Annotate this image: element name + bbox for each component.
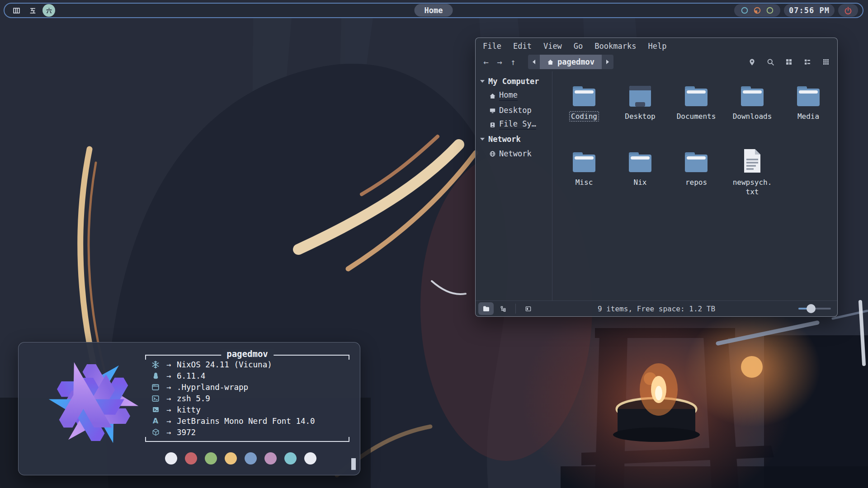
text-file-icon <box>742 148 762 174</box>
fastfetch-row-os: → NixOS 24.11 (Vicuna) <box>151 359 346 370</box>
toolbar-view-controls <box>746 56 832 68</box>
fastfetch-hostname: pagedmov <box>221 349 274 359</box>
menu-edit[interactable]: Edit <box>513 42 532 51</box>
sidebar-item-label: File Sy… <box>499 120 536 130</box>
sidebar-section-label: My Computer <box>488 77 539 86</box>
wm-value: .Hyprland-wrapp <box>177 383 248 392</box>
sidebar-item-home[interactable]: Home <box>476 89 552 103</box>
compact-view-button[interactable] <box>820 56 832 68</box>
file-item-downloads[interactable]: Downloads <box>724 82 780 148</box>
palette-dot-red <box>185 452 197 465</box>
file-item-desktop[interactable]: Desktop <box>612 82 668 148</box>
power-button[interactable] <box>838 4 858 17</box>
arrow-icon: → <box>160 405 177 414</box>
menu-help[interactable]: Help <box>648 42 666 51</box>
globe-icon <box>489 150 496 157</box>
breadcrumb-left-button[interactable] <box>528 55 540 69</box>
file-label: Misc <box>574 177 595 188</box>
arrow-icon: → <box>160 383 177 392</box>
fastfetch-row-shell: → zsh 5.9 <box>151 393 346 404</box>
wm-icon <box>151 383 160 391</box>
file-label: Nix <box>632 177 649 188</box>
location-pin-icon <box>748 58 756 66</box>
box-corner <box>349 437 349 442</box>
terminal-icon <box>151 406 160 413</box>
slider-handle[interactable] <box>807 304 816 313</box>
chevron-right-icon <box>606 60 609 64</box>
up-button[interactable]: ↑ <box>506 56 520 68</box>
fastfetch-rows: → NixOS 24.11 (Vicuna) → 6.11.4 <box>151 359 346 438</box>
workspace-6-button-active[interactable] <box>42 4 55 17</box>
fastfetch-row-terminal: → kitty <box>151 404 346 415</box>
active-window-title: Home <box>415 4 453 17</box>
file-item-media[interactable]: Media <box>780 82 836 148</box>
location-button[interactable] <box>746 56 758 68</box>
file-item-documents[interactable]: Documents <box>668 82 724 148</box>
search-icon <box>767 58 774 66</box>
terminal-window[interactable]: pagedmov → NixOS 24.11 (Vicuna) <box>18 342 360 475</box>
file-item-nix[interactable]: Nix <box>612 148 668 214</box>
workspace-5-button[interactable] <box>26 4 39 17</box>
folder-icon <box>684 85 709 108</box>
toolbar: ← → ↑ pagedmov <box>476 52 837 71</box>
workspace-6-icon <box>45 7 53 14</box>
topbar-right-cluster: 07:56 PM <box>734 4 858 17</box>
fastfetch-row-wm: → .Hyprland-wrapp <box>151 381 346 393</box>
back-button[interactable]: ← <box>479 56 493 68</box>
file-item-newpsych-txt[interactable]: newpsych.txt <box>724 148 780 214</box>
file-item-coding[interactable]: Coding <box>556 82 612 148</box>
terminal-color-palette <box>165 452 316 465</box>
sidebar-section-my-computer[interactable]: My Computer <box>476 74 552 89</box>
search-button[interactable] <box>764 56 776 68</box>
kernel-value: 6.11.4 <box>177 371 205 380</box>
power-icon <box>844 6 852 14</box>
list-view-button[interactable] <box>802 56 813 68</box>
box-corner <box>349 355 349 360</box>
arrow-icon: → <box>160 394 177 403</box>
kernel-icon <box>151 372 160 380</box>
menu-view[interactable]: View <box>543 42 562 51</box>
shell-value: zsh 5.9 <box>177 394 210 403</box>
arrow-icon: → <box>160 371 177 380</box>
desktop-icon <box>489 107 496 114</box>
breadcrumb-right-button[interactable] <box>602 55 613 69</box>
clock[interactable]: 07:56 PM <box>784 4 835 17</box>
desktop: Home 07:56 PM <box>0 0 868 488</box>
tray-ring-green-icon[interactable] <box>766 6 774 14</box>
sidebar-item-network[interactable]: Network <box>476 146 552 161</box>
workspace-5-icon <box>29 7 37 14</box>
folder-icon <box>740 85 765 108</box>
forward-button[interactable]: → <box>493 56 506 68</box>
menu-go[interactable]: Go <box>574 42 583 51</box>
status-summary: 9 items, Free space: 1.2 TB <box>476 305 837 313</box>
terminal-value: kitty <box>177 405 201 414</box>
menu-bookmarks[interactable]: Bookmarks <box>594 42 636 51</box>
sidebar-section-label: Network <box>488 135 521 144</box>
workspace-4-button[interactable] <box>10 4 23 17</box>
status-bar: 9 items, Free space: 1.2 TB <box>476 300 837 316</box>
folder-icon <box>796 85 821 108</box>
breadcrumb-path-button[interactable]: pagedmov <box>540 55 602 69</box>
box-corner <box>145 437 146 442</box>
tray-pie-orange-icon[interactable] <box>753 6 761 14</box>
menu-file[interactable]: File <box>483 42 501 51</box>
palette-dot-green <box>205 452 217 465</box>
menu-bar: File Edit View Go Bookmarks Help <box>476 38 837 52</box>
arrow-icon: → <box>160 428 177 437</box>
sidebar-item-filesystem[interactable]: File Sy… <box>476 117 552 132</box>
folder-icon <box>627 151 653 174</box>
workspace-switcher <box>5 4 55 17</box>
file-item-misc[interactable]: Misc <box>556 148 612 214</box>
desktop-screen-icon <box>627 85 653 108</box>
tray-ring-teal-icon[interactable] <box>741 6 749 14</box>
shell-icon <box>151 394 160 403</box>
sidebar-item-desktop[interactable]: Desktop <box>476 103 552 117</box>
sidebar-section-network[interactable]: Network <box>476 132 552 146</box>
file-grid: Coding Desktop Documents Downloads Media <box>552 71 837 300</box>
palette-dot-white <box>165 452 177 465</box>
fastfetch-box: pagedmov → NixOS 24.11 (Vicuna) <box>145 355 349 442</box>
icon-view-button[interactable] <box>783 56 795 68</box>
palette-dot-bright-white <box>304 452 316 465</box>
zoom-slider[interactable] <box>798 304 831 313</box>
file-item-repos[interactable]: repos <box>668 148 724 214</box>
